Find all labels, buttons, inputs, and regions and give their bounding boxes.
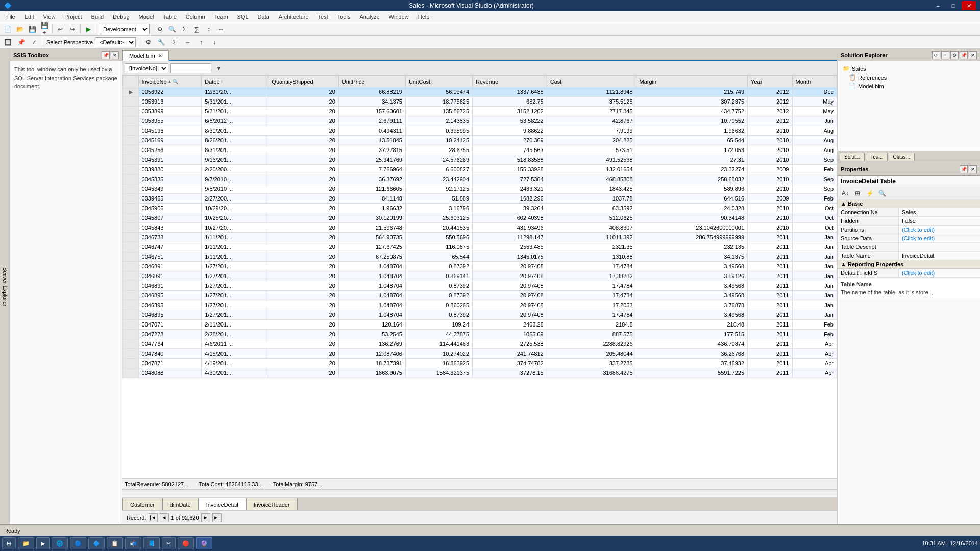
table-row[interactable]: 00451698/26/201...2013.5184510.24125270.… [123,136,837,145]
table-row[interactable]: 00468911/27/201...201.0487040.86914120.9… [123,271,837,281]
menu-model[interactable]: Model [135,13,158,21]
th-cost[interactable]: Cost [547,76,636,87]
toolbar2-btn3[interactable]: ✓ [29,37,40,48]
taskbar-app2[interactable]: 📋 [107,537,123,549]
table-row[interactable]: 004590610/29/20...201.966323.1679639.326… [123,204,837,213]
table-row[interactable]: 004580710/25/20...2030.12019925.60312560… [123,213,837,223]
horizontal-scrollbar[interactable] [122,490,837,497]
taskbar-app1[interactable]: 🔷 [88,537,105,549]
toolbar2-btn8[interactable]: ↑ [195,37,207,48]
class-tab-button[interactable]: Class... [889,153,915,161]
table-row[interactable]: 00453919/13/201...2025.94176924.57626951… [123,155,837,165]
save-button[interactable]: 💾 [27,23,38,35]
table-row[interactable]: 00468951/27/201...201.0487040.8739220.97… [123,291,837,300]
table-row[interactable]: 00452568/31/201...2037.2781528.6755745.5… [123,145,837,155]
menu-test[interactable]: Test [314,13,332,21]
menu-help[interactable]: Help [414,13,434,21]
th-unitprice[interactable]: UnitPrice [338,76,405,87]
menu-debug[interactable]: Debug [109,13,133,21]
toolbar2-btn2[interactable]: 📌 [15,37,27,48]
filter-input[interactable] [170,63,211,73]
th-quantityshipped[interactable]: QuantityShipped [268,76,338,87]
table-row[interactable]: 00451968/30/201...200.4943110.3959959.88… [123,126,837,136]
data-grid-container[interactable]: InvoiceNo▲🔍 Datee↕ QuantityShipped UnitP… [122,76,837,478]
table-row[interactable]: ▶005692212/31/20...2066.8821956.09474133… [123,87,837,97]
tree-solution[interactable]: 📁 Sales [841,64,977,73]
menu-team[interactable]: Team [210,13,232,21]
table-row[interactable]: 00468951/27/201...201.0487040.86026520.9… [123,300,837,310]
menu-data[interactable]: Data [254,13,274,21]
menu-architecture[interactable]: Architecture [275,13,313,21]
table-row[interactable]: 00480884/30/201...201863.90751584.321375… [123,368,837,378]
new-button[interactable]: 📄 [2,23,13,35]
server-explorer-tab[interactable]: Server Explorer [0,49,10,524]
menu-edit[interactable]: Edit [20,13,38,21]
sol-pin-button[interactable]: 📌 [960,51,968,59]
build-config-dropdown[interactable]: Development [99,24,150,34]
taskbar-outlook[interactable]: 📬 [125,537,141,549]
tab-dimdate[interactable]: dimDate [162,498,199,510]
ssis-pin-button[interactable]: 📌 [102,51,110,59]
sol-close-button[interactable]: ✕ [969,51,977,59]
record-prev-button[interactable]: ◄ [160,513,169,522]
table-row[interactable]: 00467471/11/201...20127.67425116.0675255… [123,242,837,252]
toolbar-btn5[interactable]: ⚙ [154,23,165,35]
table-row[interactable]: 00467511/11/201...2067.25087565.5441345.… [123,252,837,262]
sol-tab-button[interactable]: Solut... [840,153,865,161]
props-close-button[interactable]: ✕ [969,165,977,173]
toolbar-btn8[interactable]: ∑ [191,23,202,35]
toolbar-btn7[interactable]: Σ [179,23,190,35]
table-row[interactable]: 00394652/27/200...2084.114851.8891682.29… [123,194,837,204]
th-month[interactable]: Month [792,76,837,87]
table-row[interactable]: 00478714/19/201...2018.73739116.86392537… [123,359,837,368]
menu-tools[interactable]: Tools [333,13,355,21]
run-button[interactable]: ▶ [83,23,94,35]
taskbar-play[interactable]: ▶ [36,537,50,549]
filter-column-dropdown[interactable]: [InvoiceNo] [125,63,168,73]
menu-file[interactable]: File [2,13,19,21]
menu-project[interactable]: Project [60,13,86,21]
model-bim-tab[interactable]: Model.bim ✕ [122,50,169,61]
tab-invoicedetail[interactable]: InvoiceDetail [199,498,246,510]
taskbar-snip[interactable]: ✂ [162,537,176,549]
toolbar-btn10[interactable]: ↔ [215,23,227,35]
table-row[interactable]: 00538995/31/201...20157.60601135.8672531… [123,107,837,116]
props-pin-button[interactable]: 📌 [960,165,968,173]
toolbar2-btn4[interactable]: ⚙ [142,37,154,48]
toolbar2-btn5[interactable]: 🔧 [156,37,167,48]
taskbar-explorer[interactable]: 📁 [18,537,34,549]
record-last-button[interactable]: ►| [212,513,222,522]
filter-apply-button[interactable]: ▼ [213,63,225,74]
th-revenue[interactable]: Revenue [473,76,547,87]
props-sort-cat[interactable]: ⊞ [852,188,863,199]
tree-references[interactable]: 📋 References [841,73,977,82]
taskbar-chrome[interactable]: 🌐 [52,537,68,549]
close-button[interactable]: ✕ [962,1,976,10]
toolbar2-btn9[interactable]: ↓ [209,37,220,48]
maximize-button[interactable]: □ [946,1,961,10]
toolbar2-btn7[interactable]: → [182,37,193,48]
table-row[interactable]: 00468911/27/201...201.0487040.8739220.97… [123,281,837,291]
th-year[interactable]: Year [748,76,792,87]
th-unitcost[interactable]: UnitCost [405,76,472,87]
open-button[interactable]: 📂 [14,23,26,35]
menu-window[interactable]: Window [385,13,413,21]
record-first-button[interactable]: |◄ [149,513,158,522]
start-button[interactable]: ⊞ [2,537,16,549]
table-row[interactable]: 00472782/28/201...2053.254544.378751065.… [123,330,837,339]
table-row[interactable]: 00467331/11/201...20564.90735550.5696112… [123,233,837,242]
taskbar-word[interactable]: 📘 [143,537,160,549]
perspective-dropdown[interactable]: <Default> [95,37,136,47]
table-row[interactable]: 00478404/15/201...2012.08740610.27402224… [123,349,837,359]
tea-tab-button[interactable]: Tea... [866,153,887,161]
taskbar-vs[interactable]: 🔮 [196,537,212,549]
sol-new-button[interactable]: + [941,51,949,59]
save-all-button[interactable]: 💾+ [39,23,50,35]
tab-invoiceheader[interactable]: InvoiceHeader [246,498,298,510]
table-row[interactable]: 00453359/7/2010 ...2036.3769223.44290472… [123,174,837,184]
table-row[interactable]: 00393802/20/200...207.7669646.600827155.… [123,165,837,174]
props-events[interactable]: ⚡ [864,188,875,199]
menu-view[interactable]: View [39,13,60,21]
table-row[interactable]: 00477644/6/2011 ...20136.2769114.4414632… [123,339,837,349]
undo-button[interactable]: ↩ [55,23,66,35]
